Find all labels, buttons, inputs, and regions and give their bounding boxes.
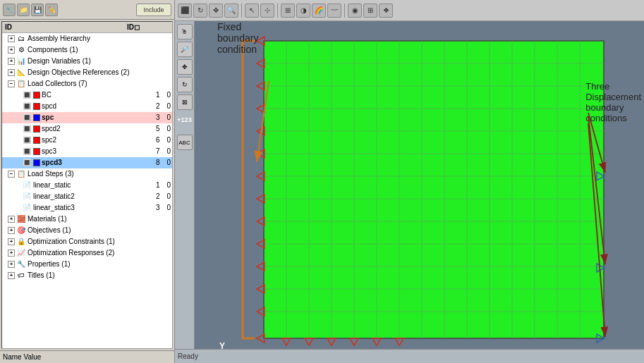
toolbar-top: 🔧 📁 💾 ✏️ Include <box>0 0 174 20</box>
name-value-bar: Name Value <box>0 350 174 363</box>
vp-icon-select[interactable]: ⊹ <box>260 4 274 18</box>
bc-color <box>33 92 40 99</box>
side-icon-pan[interactable]: ✥ <box>177 59 193 75</box>
tree-item-load-steps[interactable]: − 📋 Load Steps (3) <box>2 168 172 180</box>
ls3-icon: 📄 <box>22 203 32 213</box>
vp-icon-more3[interactable]: ❖ <box>379 4 393 18</box>
vp-sep1 <box>241 4 242 18</box>
spc-icon: 🔳 <box>22 113 32 123</box>
tree-item-titles[interactable]: + 🏷 Titles (1) <box>2 270 172 281</box>
toolbar-icon-4[interactable]: ✏️ <box>45 4 58 16</box>
vp-icon-rotate[interactable]: ↻ <box>193 4 207 18</box>
svg-marker-46 <box>395 338 403 345</box>
tree-header: ID ID◻ <box>2 22 172 33</box>
vp-icon-pan[interactable]: ✥ <box>209 4 223 18</box>
side-icon-abc[interactable]: ABC <box>177 135 193 150</box>
ls2-icon: 📄 <box>22 192 32 202</box>
spc-color <box>33 114 40 121</box>
spcd-icon: 🔳 <box>22 101 32 111</box>
tree-item-linear-static1[interactable]: 📄 linear_static 10 <box>2 180 172 191</box>
side-icon-view[interactable]: 🖱 <box>177 24 193 39</box>
opt-constraints-icon: 🔒 <box>16 237 26 247</box>
svg-rect-0 <box>264 41 604 338</box>
vp-icon-contour[interactable]: 🌈 <box>312 4 326 18</box>
viewport-toolbar: ⬛ ↻ ✥ 🔍 ↖ ⊹ ⊞ ◑ 🌈 〰 ◉ ⊞ ❖ <box>175 0 644 21</box>
expand-opt-responses[interactable]: + <box>8 250 15 257</box>
spc2-color <box>33 137 40 144</box>
expand-assembly[interactable]: + <box>8 35 15 42</box>
opt-responses-icon: 📈 <box>16 248 26 258</box>
vp-icon-more1[interactable]: ◉ <box>348 4 362 18</box>
tree-item-spcd3[interactable]: 🔳 spcd3 80 <box>2 157 172 168</box>
vp-icon-cursor[interactable]: ↖ <box>245 4 259 18</box>
expand-titles[interactable]: + <box>8 272 15 279</box>
titles-icon: 🏷 <box>16 271 26 281</box>
tree-item-design-vars[interactable]: + 📊 Design Variables (1) <box>2 56 172 67</box>
viewport-status: Ready <box>178 352 198 360</box>
expand-properties[interactable]: + <box>8 261 15 268</box>
tree-item-opt-constraints[interactable]: + 🔒 Optimization Constraints (1) <box>2 236 172 247</box>
vp-icon-mesh[interactable]: ⊞ <box>281 4 295 18</box>
toolbar-icon-2[interactable]: 📁 <box>17 4 30 16</box>
spcd-color <box>33 103 40 110</box>
include-button[interactable]: Include <box>136 4 171 16</box>
expand-design-vars[interactable]: + <box>8 58 15 65</box>
vp-icon-deform[interactable]: 〰 <box>327 4 341 18</box>
side-icon-zoom[interactable]: 🔎 <box>177 42 193 57</box>
tree-item-assembly[interactable]: + 🗂 Assembly Hierarchy <box>2 33 172 44</box>
tree-item-spc[interactable]: 🔳 spc 30 <box>2 112 172 123</box>
assembly-icon: 🗂 <box>16 34 26 44</box>
tree-item-spc2[interactable]: 🔳 spc2 60 <box>2 135 172 146</box>
vp-icon-more2[interactable]: ⊞ <box>363 4 377 18</box>
expand-load-collectors[interactable]: − <box>8 80 15 87</box>
left-panel: 🔧 📁 💾 ✏️ Include ID ID◻ + 🗂 Assembly Hie… <box>0 0 175 363</box>
spc3-icon: 🔳 <box>22 147 32 156</box>
tree-item-opt-responses[interactable]: + 📈 Optimization Responses (2) <box>2 247 172 259</box>
ls1-icon: 📄 <box>22 180 32 190</box>
tree-item-linear-static2[interactable]: 📄 linear_static2 20 <box>2 191 172 202</box>
vp-sep2 <box>277 4 278 18</box>
tree-item-load-collectors[interactable]: − 📋 Load Collectors (7) <box>2 78 172 90</box>
tree-item-components[interactable]: + ⚙ Components (1) <box>2 44 172 56</box>
expand-design-obj[interactable]: + <box>8 69 15 76</box>
vp-icon-zoom-in[interactable]: 🔍 <box>224 4 238 18</box>
properties-icon: 🔧 <box>16 259 26 269</box>
spcd3-color <box>33 159 40 166</box>
load-collectors-icon: 📋 <box>16 79 26 89</box>
toolbar-icon-1[interactable]: 🔧 <box>3 4 16 16</box>
expand-load-steps[interactable]: − <box>8 171 15 178</box>
spc3-color <box>33 148 40 155</box>
components-icon: ⚙ <box>16 45 26 55</box>
viewport-3d[interactable]: Y Fixed boundary condition Three Displac… <box>195 21 644 349</box>
spcd2-color <box>33 125 40 133</box>
objectives-icon: 🎯 <box>16 226 26 235</box>
tree-item-linear-static3[interactable]: 📄 linear_static3 30 <box>2 202 172 214</box>
tree-item-properties[interactable]: + 🔧 Properties (1) <box>2 259 172 270</box>
materials-icon: 🧱 <box>16 214 26 224</box>
side-icon-fit[interactable]: ⊠ <box>177 94 193 110</box>
viewport-left-icons: 🖱 🔎 ✥ ↻ ⊠ +123 ABC <box>175 21 195 363</box>
spcd3-icon: 🔳 <box>22 158 32 168</box>
tree-item-bc[interactable]: 🔳 BC 10 <box>2 90 172 101</box>
mesh-svg: Y <box>195 21 644 349</box>
tree-panel: ID ID◻ + 🗂 Assembly Hierarchy + ⚙ Compon… <box>1 21 173 349</box>
vp-sep3 <box>344 4 345 18</box>
toolbar-icon-3[interactable]: 💾 <box>31 4 44 16</box>
design-vars-icon: 📊 <box>16 56 26 66</box>
expand-components[interactable]: + <box>8 47 15 54</box>
expand-materials[interactable]: + <box>8 216 15 223</box>
tree-item-objectives[interactable]: + 🎯 Objectives (1) <box>2 225 172 236</box>
tree-item-materials[interactable]: + 🧱 Materials (1) <box>2 214 172 225</box>
spcd2-icon: 🔳 <box>22 124 32 134</box>
tree-item-spcd[interactable]: 🔳 spcd 20 <box>2 101 172 112</box>
vp-icon-shading[interactable]: ◑ <box>296 4 310 18</box>
side-icon-rotate[interactable]: ↻ <box>177 77 193 92</box>
tree-item-spcd2[interactable]: 🔳 spcd2 50 <box>2 123 172 135</box>
side-label-123: +123 <box>177 116 191 123</box>
vp-icon-box[interactable]: ⬛ <box>178 4 192 18</box>
tree-item-spc3[interactable]: 🔳 spc3 70 <box>2 146 172 157</box>
col-id: ID◻ <box>127 23 169 31</box>
tree-item-design-obj[interactable]: + 📐 Design Objective References (2) <box>2 67 172 78</box>
expand-opt-constraints[interactable]: + <box>8 238 15 245</box>
expand-objectives[interactable]: + <box>8 227 15 234</box>
